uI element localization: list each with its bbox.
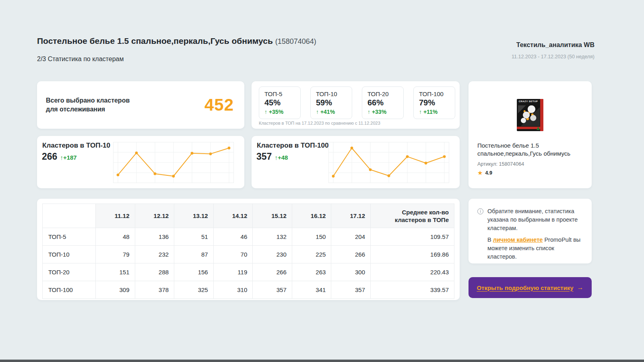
open-detailed-stats-button[interactable]: Открыть подробную статистику → bbox=[469, 277, 592, 298]
cell-value: 51 bbox=[174, 228, 214, 246]
cell-value: 266 bbox=[253, 263, 292, 281]
column-header: 13.12 bbox=[174, 204, 214, 228]
info-text: Обратите внимание, статистика указана по… bbox=[487, 207, 584, 259]
row-average: 169.86 bbox=[371, 246, 454, 263]
product-image: CRAZY SETUP bbox=[517, 99, 543, 131]
top-stat-label: ТОП-5 bbox=[264, 90, 297, 97]
cell-value: 225 bbox=[292, 246, 331, 263]
top-stat-label: ТОП-20 bbox=[367, 90, 400, 97]
star-icon: ★ bbox=[477, 170, 483, 176]
info-icon: i bbox=[477, 208, 483, 214]
cell-value: 288 bbox=[135, 263, 174, 281]
arrow-right-icon: → bbox=[577, 284, 584, 291]
chart-value: 357 bbox=[256, 151, 272, 162]
row-average: 109.57 bbox=[371, 228, 454, 246]
cell-value: 87 bbox=[174, 246, 214, 263]
info-paragraph-1: Обратите внимание, статистика указана по… bbox=[487, 207, 584, 232]
top-stat-delta: ↑ +41% bbox=[316, 109, 349, 115]
product-image-red-stripe bbox=[540, 99, 543, 131]
row-average: 220.43 bbox=[371, 263, 454, 281]
cell-value: 310 bbox=[213, 281, 253, 299]
cell-value: 232 bbox=[135, 246, 174, 263]
cell-value: 357 bbox=[253, 281, 292, 299]
top-stats-list: ТОП-545%↑ +35%ТОП-1059%↑ +41%ТОП-2066%↑ … bbox=[259, 86, 460, 119]
cell-value: 136 bbox=[135, 228, 174, 246]
top-stat-ТОП-10: ТОП-1059%↑ +41% bbox=[310, 86, 352, 119]
top10-line-chart bbox=[113, 142, 234, 183]
column-header: 15.12 bbox=[253, 204, 292, 228]
product-sku: Артикул: 158074064 bbox=[477, 161, 583, 167]
cell-value: 300 bbox=[331, 263, 371, 281]
top-stat-ТОП-20: ТОП-2066%↑ +33% bbox=[362, 86, 404, 119]
product-rating: ★ 4.9 bbox=[477, 170, 583, 176]
report-name: Текстиль_аналитика WB bbox=[516, 41, 594, 49]
top-stat-value: 59% bbox=[316, 98, 349, 107]
product-image-photo bbox=[518, 105, 540, 126]
info-paragraph-2: В личном кабинете PromoPult вы можете из… bbox=[487, 236, 584, 261]
cell-value: 48 bbox=[96, 228, 135, 246]
chart-title: Кластеров в ТОП-10 bbox=[42, 142, 110, 150]
column-header: 12.12 bbox=[135, 204, 174, 228]
column-header: Среднее кол-во кластеров в ТОПе bbox=[371, 204, 454, 228]
column-header: 14.12 bbox=[213, 204, 253, 228]
cell-value: 341 bbox=[292, 281, 331, 299]
column-header: 11.12 bbox=[96, 204, 135, 228]
product-card: CRAZY SETUP Постельное белье 1.5 спально… bbox=[469, 81, 592, 188]
row-label: ТОП-5 bbox=[43, 228, 96, 246]
top-stats-card: ТОП-545%↑ +35%ТОП-1059%↑ +41%ТОП-2066%↑ … bbox=[252, 81, 460, 129]
top-stat-label: ТОП-10 bbox=[316, 90, 349, 97]
top-stat-ТОП-100: ТОП-10079%↑ +11% bbox=[413, 86, 455, 119]
table-row-ТОП-5: ТОП-5481365146132150204109.57 bbox=[43, 228, 454, 246]
row-label: ТОП-100 bbox=[43, 281, 96, 299]
cell-value: 119 bbox=[213, 263, 253, 281]
stats-table-body: ТОП-5481365146132150204109.57ТОП-1079232… bbox=[43, 228, 454, 299]
top-stats-footnote: Кластеров в ТОП на 17.12.2023 по сравнен… bbox=[259, 121, 380, 125]
summary-card: Всего выбрано кластеров для отслеживания… bbox=[37, 81, 244, 129]
summary-value: 452 bbox=[204, 95, 234, 115]
column-header bbox=[43, 204, 96, 228]
chart-title: Кластеров в ТОП-100 bbox=[257, 142, 328, 150]
cell-value: 309 bbox=[96, 281, 135, 299]
top-stat-value: 66% bbox=[367, 98, 400, 107]
stats-table: 11.1212.1213.1214.1215.1216.1217.12Средн… bbox=[42, 204, 454, 299]
chart-value: 266 bbox=[42, 151, 57, 162]
top-stat-delta: ↑ +35% bbox=[264, 109, 297, 115]
table-row-ТОП-10: ТОП-10792328770230225266169.86 bbox=[43, 246, 454, 263]
cell-value: 79 bbox=[96, 246, 135, 263]
top-stat-ТОП-5: ТОП-545%↑ +35% bbox=[259, 86, 301, 119]
table-row-ТОП-20: ТОП-20151288156119266263300220.43 bbox=[43, 263, 454, 281]
top-stat-value: 79% bbox=[419, 98, 452, 107]
cell-value: 150 bbox=[292, 228, 331, 246]
chart-card-top10: Кластеров в ТОП-10 266 ↑+187 bbox=[37, 136, 244, 188]
summary-label: Всего выбрано кластеров для отслеживания bbox=[46, 96, 142, 114]
cell-value: 204 bbox=[331, 228, 371, 246]
cell-value: 263 bbox=[292, 263, 331, 281]
bottom-bar bbox=[0, 360, 644, 362]
cell-value: 70 bbox=[213, 246, 253, 263]
product-image-brand-text: CRAZY SETUP bbox=[517, 100, 540, 103]
product-image-tree-icon bbox=[537, 127, 540, 130]
chart-delta: ↑+48 bbox=[275, 154, 288, 161]
cell-value: 156 bbox=[174, 263, 214, 281]
cell-value: 151 bbox=[96, 263, 135, 281]
page-subtitle: 2/3 Статистика по кластерам bbox=[37, 56, 124, 63]
personal-account-link[interactable]: личном кабинете bbox=[493, 237, 543, 243]
cell-value: 357 bbox=[331, 281, 371, 299]
product-card-title: Постельное белье 1.5 спальное,перкаль,Гу… bbox=[477, 142, 583, 158]
top-stat-label: ТОП-100 bbox=[419, 90, 452, 97]
table-row-ТОП-100: ТОП-100309378325310357341357339.57 bbox=[43, 281, 454, 299]
chart-delta: ↑+187 bbox=[60, 154, 76, 161]
report-period: 11.12.2023 - 17.12.2023 (50 неделя) bbox=[512, 54, 594, 60]
product-name: Постельное белье 1.5 спальное,перкаль,Гу… bbox=[37, 36, 273, 45]
top100-line-chart bbox=[328, 142, 449, 183]
info-card: i Обратите внимание, статистика указана … bbox=[469, 199, 592, 263]
chart-card-top100: Кластеров в ТОП-100 357 ↑+48 bbox=[252, 136, 460, 188]
column-header: 16.12 bbox=[292, 204, 331, 228]
column-header: 17.12 bbox=[331, 204, 371, 228]
stats-table-card: 11.1212.1213.1214.1215.1216.1217.12Средн… bbox=[37, 199, 460, 300]
cell-value: 46 bbox=[213, 228, 253, 246]
cell-value: 325 bbox=[174, 281, 214, 299]
top-stat-delta: ↑ +11% bbox=[419, 109, 452, 115]
top-stat-value: 45% bbox=[264, 98, 297, 107]
rating-value: 4.9 bbox=[485, 170, 492, 176]
